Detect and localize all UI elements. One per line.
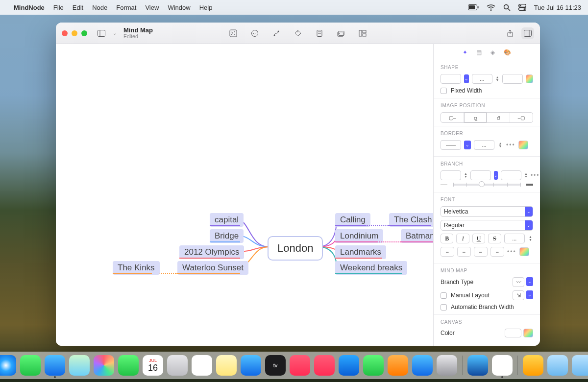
img-pos-right[interactable]: –▢ [510,113,533,122]
shape-style-dropdown-icon[interactable]: ⌄ [464,74,469,83]
branch-type-preview[interactable]: 〰 [513,277,524,287]
node-waterloo[interactable]: Waterloo Sunset [177,261,248,275]
font-style-select[interactable]: Regular⌄ [441,220,533,231]
node-clash[interactable]: The Clash [389,213,433,227]
battery-icon[interactable] [468,4,479,10]
italic-button[interactable]: I [456,234,469,243]
connection-button[interactable] [270,27,283,39]
border-width-stepper[interactable]: ▲▼ [497,142,503,148]
font-more-button[interactable]: ••• [507,248,516,255]
quick-entry-button[interactable] [227,27,240,39]
fixed-width-checkbox[interactable]: Fixed Width [441,87,533,94]
central-node[interactable]: London [268,236,323,261]
dock-contacts[interactable] [167,355,188,376]
node-londinium[interactable]: Londinium [335,229,383,243]
media-button[interactable] [335,27,347,39]
img-pos-above[interactable]: ▫̲ [464,113,487,122]
dock-keynote[interactable] [339,355,359,376]
branch-style-b[interactable] [470,170,491,180]
strike-button[interactable]: S [488,234,501,243]
border-color-swatch[interactable] [518,141,528,149]
dock-music[interactable] [290,355,310,376]
dock-folder1[interactable] [547,355,568,376]
dock-pages[interactable] [388,355,408,376]
menubar-clock[interactable]: Tue Jul 16 11:23 [534,4,581,11]
dock-safari[interactable] [0,355,16,376]
shape-width-stepper[interactable]: ▲▼ [495,76,499,82]
border-width-field[interactable]: ... [474,140,494,150]
dock-maps[interactable] [69,355,90,376]
dock-facetime[interactable] [118,355,139,376]
dock-photos[interactable] [94,355,114,376]
underline-button[interactable]: U [472,234,485,243]
shape-style-select[interactable] [441,74,461,84]
share-button[interactable] [504,27,516,39]
minimize-button[interactable] [72,30,77,36]
node-capital[interactable]: capital [210,213,244,227]
font-color-swatch[interactable] [519,247,529,256]
dock-mail[interactable] [45,355,65,376]
dock-folder2[interactable] [572,355,588,376]
dock-sketch[interactable] [523,355,543,376]
branch-style-c-stepper[interactable]: ▲▼ [524,172,528,178]
node-bridge[interactable]: Bridge [210,229,244,243]
menu-file[interactable]: File [53,4,64,11]
dock-screenflow[interactable] [467,355,488,376]
node-calling[interactable]: Calling [335,213,370,227]
branch-style-a[interactable] [441,170,461,180]
font-size-field[interactable]: ... [504,234,525,243]
align-justify-button[interactable]: ≡ [490,247,504,257]
auto-branch-width-checkbox[interactable]: Automatic Branch Width [441,304,533,310]
dock-reminders[interactable] [192,355,212,376]
tab-theme-icon[interactable]: 🎨 [504,49,511,56]
img-pos-below[interactable]: ▫̄ [487,113,510,122]
shape-width-field[interactable]: ... [472,74,492,84]
tab-notes-icon[interactable]: ▤ [476,49,482,56]
dock-tv[interactable]: tv [265,355,286,376]
node-batman[interactable]: Batman [401,229,433,243]
tasks-button[interactable] [248,27,261,39]
toggle-sidebar-button[interactable] [95,27,108,39]
dock-appstore[interactable] [412,355,433,376]
tags-button[interactable] [292,27,304,39]
dock-notes[interactable] [216,355,237,376]
node-weekend[interactable]: Weekend breaks [335,261,407,275]
menu-format[interactable]: Format [116,4,136,11]
zoom-button[interactable] [81,30,87,36]
node-olympics[interactable]: 2012 Olympics [179,245,244,259]
dock-numbers[interactable] [363,355,384,376]
shape-color-swatch[interactable] [526,74,533,83]
align-right-button[interactable]: ≡ [474,247,488,257]
control-center-icon[interactable] [518,4,526,11]
bold-button[interactable]: B [441,234,453,243]
branch-style-c[interactable] [501,170,521,180]
node-landmarks[interactable]: Landmarks [335,245,386,259]
image-position-segmented[interactable]: ▢– ▫̲ ▫̄ –▢ [441,112,533,123]
node-kinks[interactable]: The Kinks [113,261,160,275]
align-center-button[interactable]: ≡ [457,247,471,257]
dock-messages[interactable] [20,355,41,376]
branch-style-b-dropdown-icon[interactable]: ⌄ [494,171,498,180]
border-more-button[interactable]: ••• [506,142,515,148]
outline-button[interactable] [356,27,369,39]
dock-calendar[interactable]: JUL16 [143,355,163,376]
canvas-color-field[interactable] [505,329,521,337]
font-size-stepper[interactable]: ▲▼ [528,236,533,241]
branch-type-dropdown-icon[interactable]: ⌄ [526,277,533,286]
img-pos-left[interactable]: ▢– [441,113,464,122]
menu-help[interactable]: Help [199,4,213,11]
tab-style-icon[interactable]: ✦ [463,49,467,56]
canvas[interactable]: London capital Bridge 2012 Olympics Wate… [56,44,433,346]
spotlight-icon[interactable] [503,4,511,11]
document-title[interactable]: Mind Map Edited [123,27,153,39]
branch-more-button[interactable]: ••• [531,172,540,179]
notes-button[interactable] [313,27,326,39]
app-name-menu[interactable]: MindNode [14,4,45,11]
menu-edit[interactable]: Edit [73,4,83,11]
align-left-button[interactable]: ≡ [441,247,454,257]
branch-style-a-stepper[interactable]: ▲▼ [464,172,467,178]
wifi-icon[interactable] [487,4,495,11]
chevron-down-icon[interactable]: ⌄ [113,30,117,36]
manual-layout-checkbox[interactable]: Manual Layout [441,292,490,299]
dock-freeform[interactable] [241,355,261,376]
